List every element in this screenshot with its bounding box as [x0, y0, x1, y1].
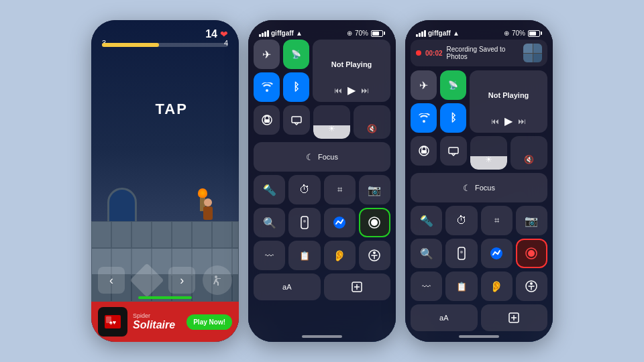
remote-icon-2	[301, 216, 309, 229]
volume-slider-2[interactable]: 🔇	[354, 105, 390, 139]
camera-tile-2[interactable]: 📷	[359, 175, 390, 204]
ad-icon: ♠♥	[98, 307, 127, 337]
battery-fill-3	[529, 32, 536, 36]
screen-lock-icon-3	[418, 145, 430, 157]
svg-point-20	[460, 251, 463, 253]
brightness-icon-2: ☀	[328, 124, 335, 133]
next-button-3[interactable]: ⏭	[518, 117, 526, 126]
font-size-tile-3[interactable]: aA	[411, 304, 478, 331]
bluetooth-tile-2[interactable]: ᛒ	[283, 72, 309, 102]
screen-mirror-tile-2[interactable]	[283, 105, 309, 135]
screen-record-active-icon-3	[525, 247, 538, 260]
brightness-slider-3[interactable]: ☀	[470, 136, 507, 170]
status-bar-2: giffgaff ▲ ⊕ 70%	[254, 25, 390, 40]
hotspot-icon-2: 📡	[291, 50, 301, 59]
soundwave-tile-3[interactable]: 〰	[411, 272, 442, 301]
svg-point-7	[303, 220, 306, 223]
signal-bars-3	[416, 30, 426, 37]
screen-lock-tile-2[interactable]	[254, 105, 280, 135]
progress-fill	[102, 43, 159, 47]
accessibility-tile-2[interactable]	[359, 241, 390, 270]
recording-thumbnail	[523, 44, 542, 62]
notes-tile-2[interactable]: 📋	[288, 241, 320, 270]
focus-tile-3[interactable]: ☾ Focus	[411, 173, 547, 202]
play-button-3[interactable]: ▶	[504, 115, 513, 127]
status-left-2: giffgaff ▲	[259, 29, 303, 37]
notes-tile-3[interactable]: 📋	[445, 272, 477, 301]
add-note-tile-2[interactable]	[324, 274, 391, 300]
font-size-tile-2[interactable]: aA	[254, 274, 321, 300]
font-aa-icon-3: aA	[439, 314, 448, 322]
now-playing-2: Not Playing ⏮ ▶ ⏭	[313, 40, 390, 102]
add-note-tile-3[interactable]	[481, 304, 548, 331]
flashlight-tile-3[interactable]: 🔦	[411, 206, 442, 235]
airplane-icon-3: ✈	[419, 79, 428, 92]
battery-body-2	[371, 30, 383, 37]
recording-dot	[416, 50, 421, 56]
shazam-tile-3[interactable]	[481, 239, 513, 268]
camera-icon-2: 📷	[368, 184, 381, 196]
ad-banner[interactable]: ♠♥ Spider Solitaire Play Now!	[91, 302, 239, 342]
focus-tile-2[interactable]: ☾ Focus	[254, 142, 390, 172]
timer-tile-2[interactable]: ⏱	[288, 175, 320, 204]
calculator-icon-3: ⌗	[494, 215, 499, 226]
wifi-tile-3[interactable]	[411, 103, 437, 133]
wifi-tile-2[interactable]	[254, 72, 280, 102]
battery-pct-3: 70%	[512, 29, 525, 37]
screen-record-tile-3[interactable]	[516, 239, 547, 268]
soundwave-tile-2[interactable]: 〰	[254, 241, 285, 270]
ear-tile-2[interactable]: 👂	[324, 241, 356, 270]
heart-icon: ❤	[220, 29, 228, 40]
left-button[interactable]: ‹	[98, 267, 125, 294]
calculator-tile-2[interactable]: ⌗	[324, 175, 356, 204]
remote-tile-2[interactable]	[288, 208, 320, 237]
screen-record-tile-2[interactable]	[359, 208, 390, 237]
cc-content-2: giffgaff ▲ ⊕ 70%	[248, 20, 396, 342]
game-progress-bar	[102, 43, 228, 47]
magnify-tile-2[interactable]: 🔍	[254, 208, 285, 237]
icon-grid-2-2: 🔍	[254, 208, 390, 237]
svg-point-23	[528, 250, 535, 257]
volume-icon-3: 🔇	[524, 155, 534, 164]
volume-slider-3[interactable]: 🔇	[511, 136, 547, 170]
accessibility-tile-3[interactable]	[516, 272, 547, 301]
bluetooth-tile-3[interactable]: ᛒ	[440, 103, 466, 133]
timer-tile-3[interactable]: ⏱	[445, 206, 477, 235]
brightness-slider-2[interactable]: ☀	[313, 105, 350, 139]
calculator-tile-3[interactable]: ⌗	[481, 206, 513, 235]
magnify-tile-3[interactable]: 🔍	[411, 239, 442, 268]
hotspot-tile-2[interactable]: 📡	[283, 40, 309, 69]
next-button-2[interactable]: ⏭	[361, 86, 369, 95]
connectivity-left-3: ✈ 📡 ᛒ	[411, 70, 466, 133]
remote-tile-3[interactable]	[445, 239, 477, 268]
cc-content-3: giffgaff ▲ ⊕ 70% 00:02	[405, 20, 553, 342]
right-button[interactable]: ›	[168, 267, 195, 294]
play-button-2[interactable]: ▶	[347, 84, 356, 97]
ear-tile-3[interactable]: 👂	[481, 272, 513, 301]
airplane-tile-3[interactable]: ✈	[411, 70, 437, 100]
screen-mirror-tile-3[interactable]	[440, 136, 466, 166]
calculator-icon-2: ⌗	[337, 184, 342, 195]
svg-text:♠♥: ♠♥	[109, 319, 116, 326]
diamond-button[interactable]	[129, 263, 164, 298]
screen-lock-tile-3[interactable]	[411, 136, 437, 166]
add-note-icon-3	[508, 312, 520, 324]
battery-pct-2: 70%	[355, 29, 368, 37]
char-head	[204, 198, 212, 206]
prev-button-3[interactable]: ⏮	[491, 117, 499, 126]
hotspot-tile-3[interactable]: 📡	[440, 70, 466, 100]
camera-tile-3[interactable]: 📷	[516, 206, 547, 235]
flashlight-tile-2[interactable]: 🔦	[254, 175, 285, 204]
timer-icon-2: ⏱	[299, 184, 310, 196]
volume-icon-2: 🔇	[367, 124, 377, 133]
ad-play-button[interactable]: Play Now!	[186, 314, 232, 330]
screen-record-icon-2	[368, 216, 381, 229]
airplane-tile-2[interactable]: ✈	[254, 40, 280, 69]
run-button[interactable]	[203, 265, 232, 295]
prev-button-2[interactable]: ⏮	[334, 86, 342, 95]
remote-icon-3	[458, 247, 466, 260]
svg-rect-4	[264, 119, 270, 123]
shazam-tile-2[interactable]	[324, 208, 356, 237]
now-playing-controls-2: ⏮ ▶ ⏭	[318, 84, 385, 97]
flashlight-icon-3: 🔦	[420, 215, 433, 227]
